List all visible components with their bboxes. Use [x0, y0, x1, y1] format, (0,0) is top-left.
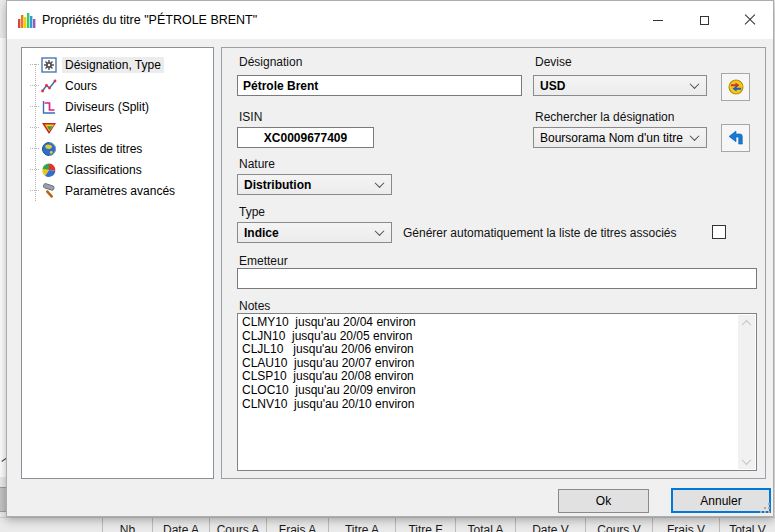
ok-button[interactable]: Ok — [558, 489, 649, 513]
sidebar-item-label: Diviseurs (Split) — [62, 99, 152, 115]
title-bar[interactable]: Propriétés du titre "PÉTROLE BRENT" — [7, 1, 773, 39]
devise-select[interactable]: USD — [533, 75, 707, 96]
window-title: Propriétés du titre "PÉTROLE BRENT" — [42, 13, 257, 27]
close-button[interactable] — [727, 1, 773, 39]
sidebar-item-classifications[interactable]: Classifications — [22, 159, 213, 180]
column-header-frais-v[interactable]: Frais V — [653, 518, 720, 532]
column-header-titre-f[interactable]: Titre F — [396, 518, 456, 532]
notes-content: CLMY10 jusqu'au 20/04 environ CLJN10 jus… — [242, 316, 736, 468]
emetteur-input[interactable] — [237, 268, 757, 289]
scroll-down-button[interactable] — [738, 453, 755, 469]
type-label: Type — [239, 205, 265, 219]
chevron-up-icon — [742, 319, 752, 329]
column-header-cours-v[interactable]: Cours V — [586, 518, 653, 532]
emetteur-label: Emetteur — [239, 254, 288, 268]
properties-dialog: Propriétés du titre "PÉTROLE BRENT" Dési… — [6, 0, 774, 517]
sidebar-item-listes-de-titres[interactable]: Listes de titres — [22, 138, 213, 159]
column-header-total-v[interactable]: Total V — [720, 518, 775, 532]
isin-label: ISIN — [239, 110, 262, 124]
chevron-down-icon — [690, 131, 700, 141]
chevron-down-icon — [375, 178, 385, 188]
rechercher-label: Rechercher la désignation — [535, 110, 674, 124]
sidebar-item-label: Désignation, Type — [62, 57, 164, 73]
currency-exchange-button[interactable] — [721, 73, 750, 101]
cancel-button[interactable]: Annuler — [671, 488, 771, 513]
sidebar-item-label: Paramètres avancés — [62, 183, 178, 199]
minimize-icon — [653, 20, 663, 21]
type-select[interactable]: Indice — [237, 222, 392, 243]
type-value: Indice — [244, 226, 279, 240]
currency-exchange-icon — [727, 78, 745, 96]
column-header-date-a[interactable]: Date A — [153, 518, 210, 532]
maximize-button[interactable] — [681, 1, 727, 39]
close-icon — [744, 14, 756, 26]
notes-label: Notes — [239, 299, 270, 313]
rechercher-select[interactable]: Boursorama Nom d'un titre — [533, 127, 707, 148]
notes-textarea[interactable]: CLMY10 jusqu'au 20/04 environ CLJN10 jus… — [237, 313, 757, 471]
column-header-nb[interactable]: Nb — [103, 518, 153, 532]
sidebar-item-alertes[interactable]: Alertes — [22, 117, 213, 138]
column-header-date-v[interactable]: Date V — [516, 518, 586, 532]
bar-chart-icon — [16, 10, 36, 30]
generer-checkbox-label: Générer automatiquement la liste de titr… — [403, 226, 676, 240]
alert-funnel-icon — [41, 120, 57, 136]
devise-value: USD — [540, 79, 565, 93]
hammer-icon — [41, 183, 57, 199]
sidebar-item-designation-type[interactable]: Désignation, Type — [22, 54, 213, 75]
chevron-down-icon — [742, 455, 752, 465]
sidebar-item-label: Classifications — [62, 162, 145, 178]
nature-label: Nature — [239, 157, 275, 171]
designation-type-panel: Désignation Devise USD ISIN Rechercher l… — [221, 47, 766, 479]
nature-value: Distribution — [244, 178, 311, 192]
pie-chart-icon — [41, 162, 57, 178]
line-chart-icon — [41, 78, 57, 94]
chevron-down-icon — [375, 226, 385, 236]
maximize-icon — [700, 16, 709, 25]
gear-icon — [41, 57, 57, 73]
chevron-down-icon — [690, 79, 700, 89]
column-header-titre-a[interactable]: Titre A — [329, 518, 396, 532]
column-header-cours-a[interactable]: Cours A — [210, 518, 267, 532]
generer-checkbox[interactable] — [712, 225, 726, 239]
sidebar-item-label: Cours — [62, 78, 100, 94]
globe-icon — [41, 141, 57, 157]
rechercher-action-button[interactable] — [721, 124, 750, 152]
scroll-up-button[interactable] — [738, 315, 755, 331]
rechercher-value: Boursorama Nom d'un titre — [540, 131, 683, 145]
minimize-button[interactable] — [635, 1, 681, 39]
sidebar-item-parametres-avances[interactable]: Paramètres avancés — [22, 180, 213, 201]
sidebar-item-diviseurs[interactable]: Diviseurs (Split) — [22, 96, 213, 117]
notes-scrollbar[interactable] — [738, 315, 755, 469]
category-list: Désignation, Type Cours Diviseurs (Split… — [21, 47, 214, 479]
sidebar-item-cours[interactable]: Cours — [22, 75, 213, 96]
sidebar-item-label: Listes de titres — [62, 141, 145, 157]
nature-select[interactable]: Distribution — [237, 174, 392, 195]
isin-input[interactable] — [237, 127, 374, 148]
sidebar-item-label: Alertes — [62, 120, 105, 136]
table-header-spacer — [0, 518, 103, 532]
undo-arrow-icon — [727, 129, 745, 147]
column-header-total-a[interactable]: Total A — [456, 518, 516, 532]
step-chart-icon — [41, 99, 57, 115]
devise-label: Devise — [535, 55, 572, 69]
designation-input[interactable] — [237, 75, 522, 96]
designation-label: Désignation — [239, 55, 302, 69]
resize-grip[interactable] — [758, 501, 770, 513]
column-header-frais-a[interactable]: Frais A — [267, 518, 329, 532]
background-table-header-row: Nb Date A Cours A Frais A Titre A Titre … — [0, 517, 775, 532]
